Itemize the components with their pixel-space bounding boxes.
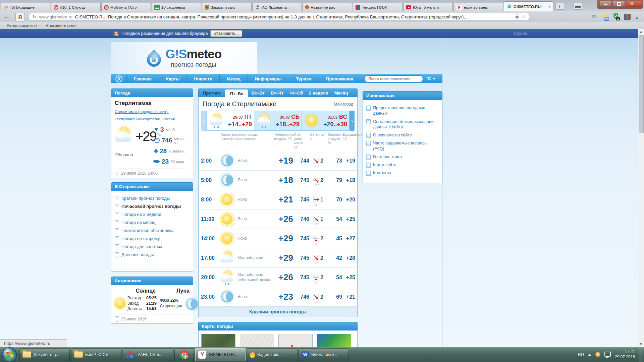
scroll-up-icon[interactable] bbox=[640, 31, 642, 33]
nav-item-month[interactable]: Месяц bbox=[219, 74, 248, 83]
info-link-data-provision[interactable]: Предоставление погодных данных bbox=[366, 104, 439, 118]
info-link-faq[interactable]: Часто задаваемые вопросы (FAQ) bbox=[366, 139, 439, 153]
next-days-arrow[interactable] bbox=[350, 111, 355, 131]
menu-item-diary[interactable]: Дневник погоды bbox=[114, 251, 190, 259]
tab-two-weeks[interactable]: 2 недели bbox=[306, 90, 331, 96]
taskbar-button-folder2[interactable]: БашРТС-Сте... bbox=[71, 348, 121, 361]
day-card-sunday[interactable]: 31.07ВС +20..+30 bbox=[302, 111, 350, 131]
nav-item-informers[interactable]: Информеры bbox=[248, 74, 289, 83]
brief-forecast-link[interactable]: Краткий прогноз погоды bbox=[249, 309, 307, 314]
yandex-home-button[interactable] bbox=[15, 13, 25, 21]
info-link-contacts[interactable]: Контакты bbox=[366, 169, 439, 177]
nav-item-news[interactable]: Новости bbox=[186, 74, 219, 83]
tab-thu-sat[interactable]: Чт–Сб bbox=[286, 90, 306, 96]
weather-map-thumbnail[interactable] bbox=[278, 334, 313, 347]
browser-tab[interactable]: 10 стодневка bbox=[152, 3, 201, 11]
close-button[interactable] bbox=[626, 1, 641, 7]
day-card-saturday[interactable]: 30.07СБ +18..+29 bbox=[254, 111, 302, 131]
col-characteristics: Характеристики погоды, атмосферные явлен… bbox=[217, 133, 273, 149]
nav-item-tourism[interactable]: Туризм bbox=[289, 74, 319, 83]
info-link-agreement[interactable]: Соглашение об использовании данных с сай… bbox=[366, 118, 439, 131]
beta-icon[interactable] bbox=[115, 75, 122, 82]
link-city-district[interactable]: Стерлитамак (городской округ), bbox=[115, 110, 169, 114]
url-input[interactable]: www.gismeteo.ru GISMETEO.RU: Погода в Ст… bbox=[28, 13, 530, 21]
tab-list-button[interactable] bbox=[574, 3, 582, 10]
new-tab-button[interactable] bbox=[555, 3, 565, 10]
browser-tab[interactable]: Название рас bbox=[303, 3, 352, 11]
site-logo[interactable]: G!Smeteo прогноз погоды bbox=[111, 42, 257, 74]
menu-item-two-weeks[interactable]: Погода на 2 недели bbox=[114, 210, 190, 219]
menu-item-month[interactable]: Погода на месяц bbox=[114, 219, 190, 227]
taskbar-button-grand-smeta[interactable]: ГРАНД-Смет... bbox=[123, 348, 173, 361]
tray-app-icon[interactable] bbox=[595, 352, 600, 357]
weather-map-thumbnail[interactable] bbox=[317, 334, 351, 347]
info-link-guestbook[interactable]: Гостевая книга bbox=[366, 153, 439, 161]
shield-extension-icon[interactable]: 1 bbox=[613, 13, 619, 20]
nav-item-maps[interactable]: Карты bbox=[159, 74, 187, 83]
browser-tab[interactable]: Заказы и заку bbox=[202, 3, 252, 11]
archive-extension-icon[interactable] bbox=[624, 14, 631, 20]
tab-sun-tue[interactable]: Вс–Вт bbox=[248, 90, 267, 96]
scrollbar-thumb[interactable] bbox=[639, 35, 644, 133]
download-icon[interactable] bbox=[636, 14, 638, 19]
show-desktop-button[interactable] bbox=[639, 347, 643, 362]
tab-month[interactable]: Месяц bbox=[331, 90, 351, 96]
network-icon[interactable] bbox=[604, 352, 611, 357]
back-icon[interactable] bbox=[4, 13, 10, 20]
lock-icon[interactable] bbox=[516, 16, 519, 18]
taskbar-button-gismeteo[interactable]: GISMETEO.R... bbox=[195, 348, 246, 361]
browser-tab-active[interactable]: GISMETEO.RU:× bbox=[504, 1, 553, 11]
menu-item-hourly-forecast[interactable]: Почасовой прогноз погоды bbox=[114, 202, 190, 210]
nav-item-apps[interactable]: Приложения bbox=[319, 74, 360, 83]
weather-extension-icon[interactable]: 28 bbox=[601, 13, 608, 20]
page-scrollbar[interactable] bbox=[638, 29, 644, 347]
reload-icon[interactable] bbox=[33, 14, 37, 19]
menu-item-geomagnetic[interactable]: Геомагнитная обстановка bbox=[114, 227, 190, 235]
tab-fri-sun[interactable]: Пт–Вс bbox=[225, 89, 249, 97]
taskbar-button-folder1[interactable]: Документац... bbox=[19, 348, 70, 361]
start-button[interactable] bbox=[2, 347, 17, 362]
bookmark-item[interactable]: Актуальные вне bbox=[7, 23, 37, 28]
tab-tue-thu[interactable]: Вт–Чт bbox=[268, 90, 286, 96]
minimize-button[interactable] bbox=[600, 1, 612, 7]
hidden-icons-arrow-icon[interactable] bbox=[588, 354, 591, 356]
taskbar-button-messenger[interactable]: Вадим Григ... bbox=[247, 348, 297, 361]
browser-tab[interactable]: Юта - Хмель и bbox=[403, 3, 453, 11]
weather-map-thumbnail[interactable] bbox=[201, 334, 235, 347]
install-button[interactable]: Установить... bbox=[210, 30, 242, 37]
restore-button[interactable] bbox=[613, 1, 625, 7]
browser-tab[interactable]: АО "Единая эл bbox=[252, 3, 302, 11]
location-search[interactable] bbox=[365, 75, 423, 82]
taskbar-button-chrome[interactable] bbox=[174, 348, 194, 361]
nav-item-home[interactable]: Главная bbox=[126, 74, 159, 83]
browser-tab[interactable]: #10_1 Снующ bbox=[51, 3, 101, 11]
bookmark-item[interactable]: Калькулятор ме bbox=[46, 23, 76, 28]
weather-map-thumbnail[interactable] bbox=[240, 334, 274, 347]
browser-tab[interactable]: Мой путь | Стр bbox=[101, 3, 151, 11]
bookmark-star-icon[interactable] bbox=[521, 14, 526, 20]
search-input[interactable] bbox=[365, 77, 423, 81]
my-city-link[interactable]: Мой город bbox=[334, 102, 353, 107]
link-country[interactable]: Россия bbox=[163, 117, 175, 121]
hide-banner-link[interactable]: Скрыть bbox=[514, 31, 527, 36]
browser-tab[interactable]: Тендер: ПУБЛ bbox=[353, 3, 402, 11]
info-link-sitemap[interactable]: Карта сайта bbox=[366, 161, 439, 169]
taskbar-button-word[interactable]: Вниманию у... bbox=[299, 348, 349, 361]
browser-tab[interactable]: если во врем bbox=[453, 3, 503, 11]
tab-close-icon[interactable]: × bbox=[548, 5, 551, 9]
browser-tab[interactable]: (5) Входящие bbox=[1, 3, 50, 11]
tab-forecast[interactable]: Прогноз bbox=[199, 90, 225, 96]
menu-item-brief-forecast[interactable]: Краткий прогноз погоды bbox=[114, 194, 190, 202]
clock[interactable]: 17:2129.07.2016 bbox=[615, 349, 635, 360]
scroll-down-icon[interactable] bbox=[640, 343, 642, 345]
day-card-friday[interactable]: 29.07ПТ +14..+29 bbox=[206, 111, 254, 131]
menu-item-busy-people[interactable]: Погода для занятых bbox=[114, 243, 190, 251]
menu-item-old-style[interactable]: Погода по-старому bbox=[114, 235, 190, 243]
units-selector[interactable]: °C bbox=[426, 76, 442, 81]
link-region[interactable]: Республика Башкортостан, bbox=[115, 117, 161, 121]
language-indicator[interactable]: RU bbox=[578, 352, 584, 357]
tab-title: Юта - Хмель и bbox=[413, 5, 450, 9]
info-link-advertising[interactable]: О рекламе на сайте bbox=[366, 131, 439, 139]
prev-days-arrow[interactable] bbox=[201, 111, 206, 131]
mail-extension-icon[interactable] bbox=[592, 14, 596, 20]
